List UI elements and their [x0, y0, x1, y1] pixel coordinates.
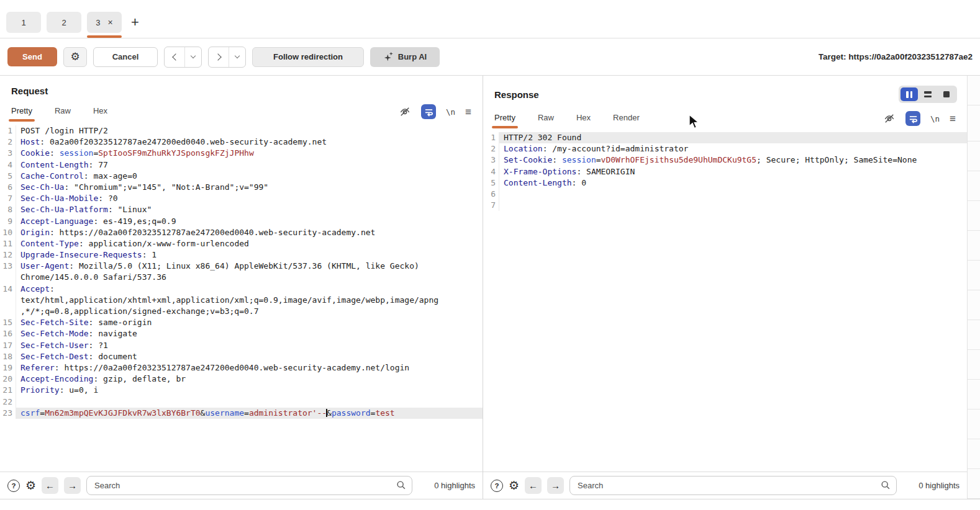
layout-rows-button[interactable] [919, 87, 937, 101]
editor-menu-icon[interactable]: ≡ [950, 114, 956, 124]
editor-line[interactable]: 2Location: /my-account?id=administrator [483, 143, 967, 154]
repeater-tab-label: 2 [61, 18, 66, 27]
editor-line[interactable]: 11Content-Type: application/x-www-form-u… [0, 238, 483, 249]
sparkle-icon [383, 52, 393, 62]
editor-line[interactable]: 4X-Frame-Options: SAMEORIGIN [483, 166, 967, 177]
hide-highlights-icon[interactable] [883, 112, 896, 125]
editor-line[interactable]: 1POST /login HTTP/2 [0, 125, 483, 136]
editor-line[interactable]: 8Sec-Ch-Ua-Platform: "Linux" [0, 204, 483, 215]
repeater-tab-1[interactable]: 1 [6, 12, 41, 33]
help-icon[interactable]: ? [491, 480, 503, 492]
line-number [0, 295, 16, 306]
collapsed-inspector-strip[interactable] [967, 76, 980, 499]
editor-line[interactable]: 13User-Agent: Mozilla/5.0 (X11; Linux x8… [0, 261, 483, 272]
hide-highlights-icon[interactable] [399, 105, 411, 118]
editor-line[interactable]: 17Sec-Fetch-User: ?1 [0, 340, 483, 351]
request-panel: Request Pretty Raw Hex \n [0, 76, 483, 499]
tab-hex[interactable]: Hex [93, 106, 107, 122]
nonprintable-chars-icon[interactable]: \n [930, 114, 940, 123]
repeater-tab-2[interactable]: 2 [47, 12, 81, 33]
editor-line[interactable]: 3Set-Cookie: session=vD0WrhOFEjsithsu5de… [483, 154, 967, 166]
editor-line[interactable]: 3Cookie: session=SptIooSF9mZhuRkYJSponsg… [0, 148, 483, 159]
search-input[interactable] [86, 476, 412, 495]
search-next-button[interactable]: → [547, 477, 564, 494]
editor-line[interactable]: 2Host: 0a2a00f20323512787ae247200ed0040.… [0, 136, 483, 148]
editor-line[interactable]: 23csrf=Mn62m3mpQEvKJGJFDkvR7w3lxBY6BrT0&… [0, 408, 483, 419]
history-back-button[interactable] [165, 47, 184, 67]
editor-line[interactable]: 15Sec-Fetch-Site: same-origin [0, 317, 483, 328]
editor-line[interactable]: 5Content-Length: 0 [483, 177, 967, 189]
search-settings-icon[interactable]: ⚙ [509, 480, 519, 491]
editor-line[interactable]: 9Accept-Language: es-419,es;q=0.9 [0, 216, 483, 227]
chevron-down-icon [235, 53, 240, 58]
history-forward-button[interactable] [209, 47, 229, 67]
line-number: 3 [0, 148, 16, 159]
tab-raw[interactable]: Raw [538, 113, 554, 128]
request-view-tabs: Pretty Raw Hex \n ≡ [0, 97, 483, 123]
search-next-button[interactable]: → [64, 477, 81, 494]
line-number: 6 [0, 182, 16, 193]
columns-icon [906, 91, 909, 98]
line-number: 1 [0, 125, 16, 136]
editor-line[interactable]: 1HTTP/2 302 Found [483, 132, 967, 143]
tab-hex[interactable]: Hex [576, 113, 591, 128]
editor-line[interactable]: Chrome/145.0.0.0 Safari/537.36 [0, 272, 483, 283]
editor-line[interactable]: 21Priority: u=0, i [0, 385, 483, 396]
search-prev-button[interactable]: ← [42, 477, 58, 494]
chevron-left-icon [172, 53, 179, 60]
line-number: 11 [0, 238, 16, 249]
word-wrap-icon[interactable] [421, 104, 436, 119]
editor-line[interactable]: 16Sec-Fetch-Mode: navigate [0, 328, 483, 339]
follow-redirection-button[interactable]: Follow redirection [252, 47, 364, 67]
highlights-count: 0 highlights [902, 481, 960, 490]
editor-line[interactable]: ,*/*;q=0.8,application/signed-exchange;v… [0, 306, 483, 317]
editor-line[interactable]: 14Accept: [0, 284, 483, 295]
cancel-button[interactable]: Cancel [93, 47, 158, 67]
send-settings-button[interactable]: ⚙ [63, 47, 87, 67]
request-editor[interactable]: 1POST /login HTTP/22Host: 0a2a00f2032351… [0, 123, 483, 472]
editor-line[interactable]: 7Sec-Ch-Ua-Mobile: ?0 [0, 193, 483, 204]
tab-pretty[interactable]: Pretty [494, 113, 515, 128]
editor-line[interactable]: 6 [483, 189, 967, 200]
search-input[interactable] [569, 476, 897, 495]
tab-pretty[interactable]: Pretty [11, 106, 32, 122]
editor-line[interactable]: text/html,application/xhtml+xml,applicat… [0, 295, 483, 306]
target-url-label: Target: https://0a2a00f20323512787ae2 [819, 52, 973, 61]
editor-line[interactable]: 6Sec-Ch-Ua: "Chromium";v="145", "Not:A-B… [0, 182, 483, 193]
history-forward-dropdown[interactable] [229, 47, 245, 67]
editor-line[interactable]: 7 [483, 200, 967, 211]
editor-menu-icon[interactable]: ≡ [465, 107, 471, 117]
editor-line[interactable]: 19Referer: https://0a2a00f20323512787ae2… [0, 362, 483, 374]
layout-columns-button[interactable] [901, 87, 918, 101]
burp-ai-button[interactable]: Burp AI [370, 47, 440, 67]
word-wrap-icon[interactable] [905, 111, 920, 126]
send-button[interactable]: Send [7, 47, 57, 66]
nonprintable-chars-icon[interactable]: \n [446, 107, 455, 117]
line-number: 2 [483, 143, 499, 154]
search-prev-button[interactable]: ← [525, 477, 542, 494]
response-editor[interactable]: 1HTTP/2 302 Found2Location: /my-account?… [483, 130, 967, 472]
tab-raw[interactable]: Raw [55, 106, 71, 122]
line-number: 17 [0, 340, 16, 351]
close-tab-icon[interactable]: × [108, 18, 113, 27]
repeater-tab-label: 3 [96, 18, 100, 27]
editor-line[interactable]: 22 [0, 396, 483, 408]
editor-line[interactable]: 12Upgrade-Insecure-Requests: 1 [0, 249, 483, 261]
history-forward-group [208, 47, 246, 68]
repeater-tab-label: 1 [21, 18, 25, 27]
history-back-dropdown[interactable] [184, 47, 201, 67]
tab-render[interactable]: Render [613, 113, 640, 128]
search-settings-icon[interactable]: ⚙ [25, 480, 36, 491]
repeater-tab-3[interactable]: 3 × [87, 12, 122, 33]
line-number: 21 [0, 385, 16, 396]
line-number: 4 [0, 159, 16, 171]
help-icon[interactable]: ? [7, 480, 20, 492]
editor-line[interactable]: 20Accept-Encoding: gzip, deflate, br [0, 374, 483, 385]
editor-line[interactable]: 10Origin: https://0a2a00f20323512787ae24… [0, 227, 483, 238]
layout-single-button[interactable] [938, 87, 955, 101]
toolbar: Send ⚙ Cancel Follow redirection Burp AI… [0, 38, 980, 76]
editor-line[interactable]: 4Content-Length: 77 [0, 159, 483, 171]
editor-line[interactable]: 18Sec-Fetch-Dest: document [0, 351, 483, 362]
editor-line[interactable]: 5Cache-Control: max-age=0 [0, 171, 483, 182]
add-tab-button[interactable]: + [131, 14, 139, 30]
